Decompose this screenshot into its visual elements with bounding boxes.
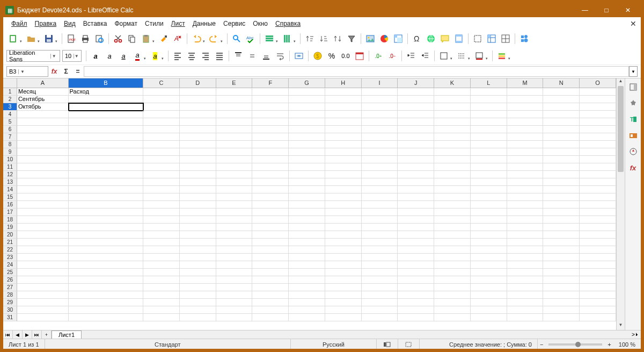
cell[interactable] [17, 178, 69, 186]
cell[interactable] [580, 88, 616, 96]
cell[interactable] [362, 103, 398, 111]
cell[interactable] [17, 269, 69, 276]
cell[interactable] [471, 171, 507, 178]
cell[interactable] [507, 96, 544, 103]
cell[interactable] [289, 239, 325, 246]
row-header[interactable]: 16 [3, 201, 17, 209]
cell[interactable] [180, 171, 216, 178]
cell[interactable] [471, 314, 507, 321]
cell[interactable] [471, 299, 507, 306]
cell[interactable] [580, 239, 616, 246]
cell[interactable] [252, 246, 289, 254]
cell[interactable] [362, 193, 398, 201]
cell[interactable] [507, 178, 544, 186]
cell[interactable] [434, 284, 471, 291]
cell[interactable] [434, 193, 471, 201]
menu-help[interactable]: Справка [272, 19, 304, 28]
cell[interactable] [69, 276, 144, 284]
cell[interactable] [289, 276, 325, 284]
cell[interactable] [143, 111, 180, 118]
cell[interactable] [143, 284, 180, 291]
cell[interactable] [362, 186, 398, 193]
language-label[interactable]: Русский [291, 339, 377, 349]
date-format-button[interactable] [353, 49, 366, 62]
new-button[interactable] [7, 32, 20, 45]
cell[interactable] [69, 96, 144, 103]
cell[interactable]: Сентябрь [17, 96, 69, 103]
cell[interactable] [143, 88, 180, 96]
zoom-in-button[interactable]: + [605, 341, 613, 348]
align-justify-button[interactable] [213, 49, 226, 62]
cell[interactable] [69, 171, 144, 178]
align-top-button[interactable] [232, 49, 245, 62]
cell[interactable] [69, 209, 144, 216]
cell[interactable] [325, 186, 362, 193]
cell[interactable] [289, 246, 325, 254]
cell[interactable] [180, 231, 216, 239]
spellcheck-button[interactable]: Abc [244, 32, 257, 45]
cell[interactable] [180, 88, 216, 96]
cell[interactable] [143, 178, 180, 186]
cell[interactable] [362, 156, 398, 163]
cell[interactable] [507, 216, 544, 224]
formula-input[interactable] [84, 66, 629, 77]
cell[interactable] [471, 276, 507, 284]
cell[interactable] [69, 246, 144, 254]
sort-desc-button[interactable] [317, 32, 330, 45]
cell[interactable] [69, 186, 144, 193]
row-header[interactable]: 25 [3, 269, 17, 276]
cell[interactable] [69, 126, 144, 133]
cell[interactable] [471, 246, 507, 254]
cell[interactable] [471, 291, 507, 299]
cell[interactable] [471, 141, 507, 148]
cell[interactable] [434, 141, 471, 148]
insert-image-button[interactable] [364, 32, 377, 45]
cell[interactable] [471, 96, 507, 103]
cell[interactable] [507, 284, 544, 291]
cell[interactable] [289, 126, 325, 133]
cell[interactable] [252, 186, 289, 193]
cell[interactable] [398, 314, 434, 321]
cell[interactable] [434, 118, 471, 126]
cell[interactable] [471, 231, 507, 239]
menu-sheet[interactable]: Лист [167, 19, 189, 28]
cell[interactable] [580, 209, 616, 216]
cell[interactable] [434, 88, 471, 96]
menu-insert[interactable]: Вставка [79, 19, 111, 28]
comment-button[interactable] [438, 32, 451, 45]
cell[interactable] [289, 224, 325, 231]
cell[interactable] [252, 209, 289, 216]
cell[interactable] [252, 171, 289, 178]
column-header[interactable]: K [434, 78, 471, 88]
cell[interactable] [580, 118, 616, 126]
cell[interactable] [543, 216, 580, 224]
cell[interactable] [289, 103, 325, 111]
next-sheet-button[interactable]: ▶ [23, 331, 32, 339]
cell[interactable] [252, 88, 289, 96]
close-document-button[interactable]: ✕ [630, 19, 636, 28]
cell[interactable] [180, 118, 216, 126]
cell[interactable] [143, 299, 180, 306]
menu-format[interactable]: Формат [111, 19, 141, 28]
row-header[interactable]: 30 [3, 306, 17, 314]
cell[interactable] [398, 246, 434, 254]
cell[interactable] [580, 246, 616, 254]
row-header[interactable]: 2 [3, 96, 17, 103]
cell[interactable] [543, 306, 580, 314]
cell[interactable] [216, 178, 253, 186]
cell[interactable] [180, 111, 216, 118]
cell[interactable] [543, 193, 580, 201]
cell[interactable] [143, 141, 180, 148]
cell[interactable] [252, 133, 289, 141]
cell[interactable] [180, 276, 216, 284]
cell[interactable] [143, 224, 180, 231]
cell[interactable] [543, 254, 580, 261]
properties-icon[interactable] [627, 97, 640, 110]
cell[interactable] [362, 306, 398, 314]
cell[interactable] [325, 163, 362, 171]
cell[interactable] [580, 96, 616, 103]
cell[interactable] [143, 186, 180, 193]
cell[interactable] [252, 216, 289, 224]
cell[interactable] [17, 163, 69, 171]
cell[interactable] [398, 103, 434, 111]
